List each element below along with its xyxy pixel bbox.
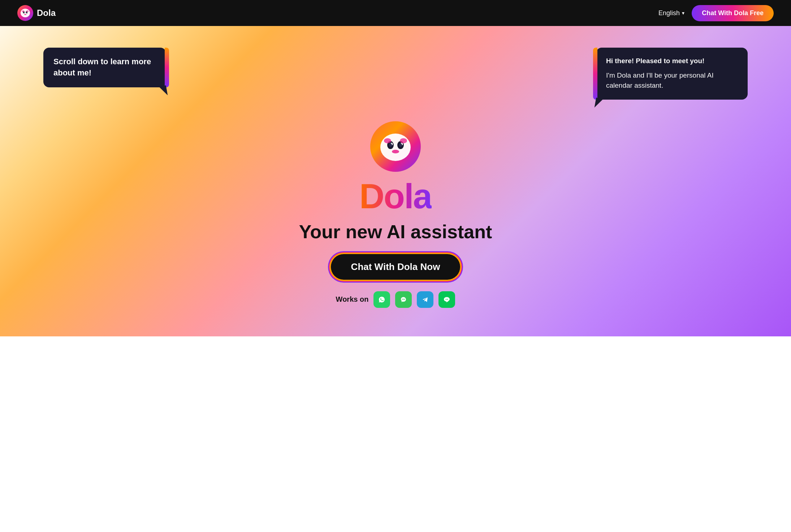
logo-icon [17,5,33,21]
svg-point-13 [392,150,399,153]
bubble-right-text: I'm Dola and I'll be your personal AI ca… [606,70,738,91]
svg-point-16 [389,143,392,147]
bubble-accent-right [593,48,597,100]
hero-tagline: Your new AI assistant [299,221,492,243]
speech-bubble-right: Hi there! Pleased to meet you! I'm Dola … [596,48,748,100]
chat-free-button[interactable]: Chat With Dola Free [692,5,774,21]
svg-point-7 [26,10,29,12]
logo-text: Dola [37,8,56,18]
svg-point-15 [400,138,407,143]
svg-point-0 [21,9,30,17]
svg-point-20 [402,298,403,299]
whatsapp-icon [373,291,390,308]
bubble-accent-left [165,48,169,87]
svg-point-22 [404,298,405,299]
svg-point-14 [384,138,391,143]
svg-point-6 [22,10,24,12]
svg-point-8 [380,134,411,161]
language-selector[interactable]: English ▾ [658,9,684,17]
imessage-icon [395,291,412,308]
line-icon [438,291,455,308]
navbar-right: English ▾ Chat With Dola Free [658,5,774,21]
hero-section: Scroll down to learn more about me! Hi t… [0,26,791,336]
bubble-left-text: Scroll down to learn more about me! [53,57,151,77]
chevron-down-icon: ▾ [682,10,684,16]
logo: Dola [17,5,56,21]
svg-point-5 [24,14,26,15]
telegram-icon [417,291,433,308]
works-on-row: Works on [336,291,455,308]
svg-point-17 [399,143,402,147]
works-on-label: Works on [336,295,369,304]
speech-bubbles-row: Scroll down to learn more about me! Hi t… [0,48,791,100]
dola-avatar [370,121,421,172]
speech-bubble-left: Scroll down to learn more about me! [43,48,166,87]
svg-point-3 [24,12,25,13]
bubble-right-title: Hi there! Pleased to meet you! [606,56,738,66]
language-label: English [658,9,680,17]
hero-center: Dola Your new AI assistant Chat With Dol… [299,121,492,308]
svg-point-21 [403,298,404,299]
navbar: Dola English ▾ Chat With Dola Free [0,0,791,26]
chat-now-button[interactable]: Chat With Dola Now [331,254,461,280]
svg-point-23 [420,295,430,305]
dola-wordmark: Dola [359,179,432,214]
